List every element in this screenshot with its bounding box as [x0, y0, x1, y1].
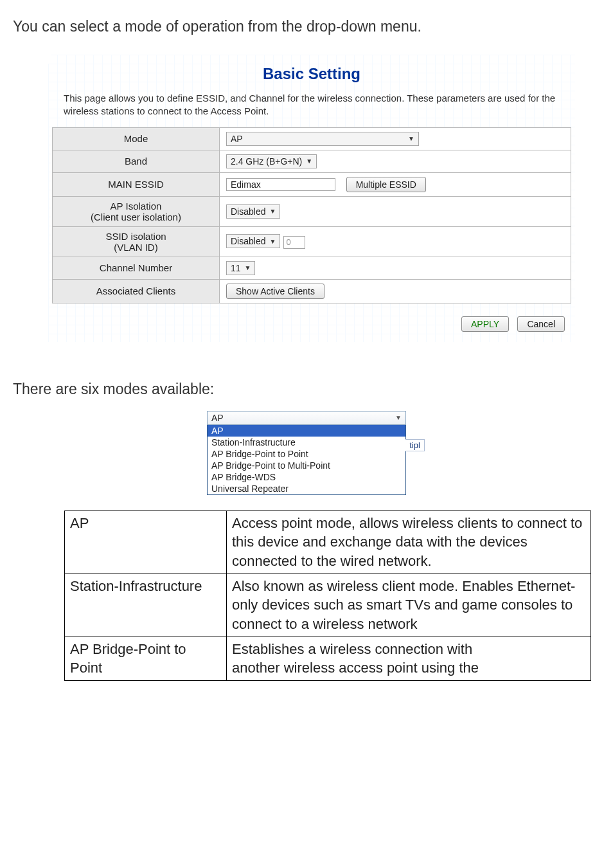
mode-dropdown-selected: AP — [211, 413, 224, 423]
chevron-down-icon: ▼ — [408, 135, 414, 142]
chevron-down-icon: ▼ — [269, 208, 276, 215]
mode-select[interactable]: AP ▼ — [226, 132, 419, 146]
associated-clients-label: Associated Clients — [53, 279, 220, 303]
band-value: 2.4 GHz (B+G+N) — [231, 156, 302, 167]
chevron-down-icon: ▼ — [395, 414, 402, 421]
settings-table: Mode AP ▼ Band 2.4 GHz (B+G+N) ▼ MAIN ES… — [52, 127, 571, 303]
chevron-down-icon: ▼ — [245, 264, 251, 271]
mode-option-bridge-wds[interactable]: AP Bridge-WDS — [208, 471, 405, 483]
main-essid-input[interactable]: Edimax — [226, 178, 335, 191]
main-essid-label: MAIN ESSID — [53, 172, 220, 196]
ap-isolation-select[interactable]: Disabled ▼ — [226, 204, 280, 219]
mode-option-bridge-ptp[interactable]: AP Bridge-Point to Point — [208, 448, 405, 460]
ssid-isolation-label: SSID isolation (VLAN ID) — [53, 226, 220, 257]
ssid-isolation-value: Disabled — [231, 236, 265, 246]
mode-dropdown-list: AP Station-Infrastructure AP Bridge-Poin… — [207, 425, 406, 495]
vlan-id-input[interactable]: 0 — [283, 236, 305, 249]
band-label: Band — [53, 150, 220, 172]
panel-description: This page allows you to define ESSID, an… — [52, 92, 571, 118]
ap-isolation-label-l1: AP Isolation — [59, 201, 213, 212]
modes-intro: There are six modes available: — [13, 381, 600, 398]
mode-option-ap[interactable]: AP — [208, 425, 405, 437]
apply-button[interactable]: APPLY — [461, 316, 509, 332]
ap-isolation-value: Disabled — [231, 206, 265, 217]
desc-bridge-key: AP Bridge-Point to Point — [65, 637, 227, 680]
ap-isolation-label-l2: (Client user isolation) — [59, 212, 213, 222]
multiple-essid-button[interactable]: Multiple ESSID — [346, 177, 426, 192]
desc-station-key: Station-Infrastructure — [65, 574, 227, 637]
show-active-clients-button[interactable]: Show Active Clients — [226, 284, 324, 299]
ssid-isolation-label-l1: SSID isolation — [59, 231, 213, 242]
ssid-isolation-label-l2: (VLAN ID) — [59, 242, 213, 253]
ssid-isolation-select[interactable]: Disabled ▼ — [226, 234, 280, 248]
basic-setting-panel: Basic Setting This page allows you to de… — [48, 55, 575, 342]
ap-isolation-label: AP Isolation (Client user isolation) — [53, 196, 220, 226]
desc-bridge-val: Establishes a wireless connection with a… — [227, 637, 591, 680]
mode-option-bridge-pmp[interactable]: AP Bridge-Point to Multi-Point — [208, 460, 405, 471]
cancel-button[interactable]: Cancel — [517, 316, 565, 332]
intro-paragraph: You can select a mode of operation from … — [13, 18, 600, 35]
channel-select[interactable]: 11 ▼ — [226, 261, 255, 275]
channel-value: 11 — [231, 263, 241, 273]
channel-label: Channel Number — [53, 257, 220, 279]
desc-bridge-val-l1: Establishes a wireless connection with — [232, 640, 585, 659]
mode-label: Mode — [53, 127, 220, 150]
desc-bridge-val-l2: another wireless access point using the — [232, 658, 585, 678]
mode-dropdown-closed[interactable]: AP ▼ — [207, 411, 406, 425]
desc-ap-val: Access point mode, allows wireless clien… — [227, 511, 591, 574]
band-select[interactable]: 2.4 GHz (B+G+N) ▼ — [226, 154, 317, 168]
desc-station-val: Also known as wireless client mode. Enab… — [227, 574, 591, 637]
chevron-down-icon: ▼ — [269, 238, 276, 245]
mode-option-repeater[interactable]: Universal Repeater — [208, 483, 405, 494]
mode-description-table: AP Access point mode, allows wireless cl… — [64, 511, 591, 682]
mode-dropdown-screenshot: AP ▼ AP Station-Infrastructure AP Bridge… — [207, 411, 406, 495]
mode-value: AP — [231, 134, 243, 144]
panel-title: Basic Setting — [52, 65, 571, 83]
chevron-down-icon: ▼ — [306, 158, 312, 165]
desc-ap-key: AP — [65, 511, 227, 574]
side-fragment: tipl — [405, 439, 425, 451]
mode-option-station[interactable]: Station-Infrastructure — [208, 437, 405, 448]
